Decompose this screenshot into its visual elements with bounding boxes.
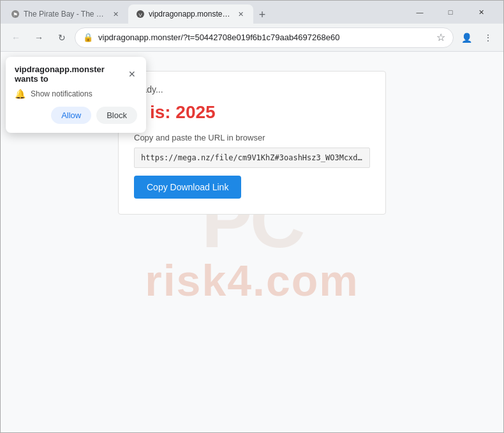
watermark-bottom: risk4.com <box>145 259 359 302</box>
tab-favicon-vipdragon: V <box>136 10 145 19</box>
url-input-box[interactable]: https://mega.nz/file/cm9V1KhZ#3oashHsz3_… <box>134 148 370 168</box>
url-label: Copy and paste the URL in browser <box>134 133 370 142</box>
tab-vipdragon[interactable]: V vipdragonapp.monster/?t=504... ✕ <box>128 4 253 24</box>
page-content: ready... d is: 2025 Copy and paste the U… <box>118 71 386 215</box>
copy-download-button[interactable]: Copy Download Link <box>134 176 241 199</box>
toolbar: ← → ↻ 🔒 vipdragonapp.monster/?t=50442708… <box>1 24 503 52</box>
tab-title-piratebay: The Pirate Bay - The galaxy's m... <box>24 10 107 19</box>
tab-close-vipdragon[interactable]: ✕ <box>235 9 246 19</box>
svg-text:⚑: ⚑ <box>13 11 18 18</box>
address-text: vipdragonapp.monster/?t=50442708e019f6b1… <box>98 33 431 42</box>
bell-icon: 🔔 <box>15 89 26 99</box>
forward-button[interactable]: → <box>29 27 49 48</box>
profile-icon: 👤 <box>461 33 472 43</box>
back-icon: ← <box>11 33 20 43</box>
menu-button[interactable]: ⋮ <box>478 27 498 48</box>
profile-button[interactable]: 👤 <box>456 27 477 48</box>
popup-title: vipdragonapp.monster wants to <box>15 65 127 84</box>
address-bar[interactable]: 🔒 vipdragonapp.monster/?t=50442708e019f6… <box>75 27 454 48</box>
svg-text:V: V <box>138 12 142 18</box>
title-bar: ⚑ The Pirate Bay - The galaxy's m... ✕ V… <box>1 1 503 24</box>
tab-close-piratebay[interactable]: ✕ <box>110 9 121 19</box>
year-value: 2025 <box>175 102 215 122</box>
reload-icon: ↻ <box>58 33 66 43</box>
year-display: d is: 2025 <box>134 102 370 123</box>
close-button[interactable]: ✕ <box>466 1 496 24</box>
forward-icon: → <box>34 33 43 43</box>
popup-actions: Allow Block <box>15 107 137 124</box>
window-controls: — □ ✕ <box>405 1 501 24</box>
popup-notification-item: 🔔 Show notifications <box>15 89 137 99</box>
page-header-text: ready... <box>134 84 370 95</box>
browser-window: ⚑ The Pirate Bay - The galaxy's m... ✕ V… <box>0 0 504 433</box>
block-button[interactable]: Block <box>96 107 137 124</box>
content-area: PC risk4.com vipdragonapp.monster wants … <box>1 52 503 432</box>
allow-button[interactable]: Allow <box>51 107 91 124</box>
back-button[interactable]: ← <box>6 27 26 48</box>
popup-header: vipdragonapp.monster wants to ✕ <box>15 65 137 84</box>
reload-button[interactable]: ↻ <box>52 27 72 48</box>
tab-favicon-piratebay: ⚑ <box>11 10 20 19</box>
content-box: ready... d is: 2025 Copy and paste the U… <box>118 71 386 215</box>
popup-item-text: Show notifications <box>31 89 93 98</box>
new-tab-button[interactable]: + <box>253 6 271 24</box>
notification-popup: vipdragonapp.monster wants to ✕ 🔔 Show n… <box>6 57 146 133</box>
toolbar-right: 👤 ⋮ <box>456 27 498 48</box>
popup-close-button[interactable]: ✕ <box>127 68 137 80</box>
tab-title-vipdragon: vipdragonapp.monster/?t=504... <box>149 10 232 19</box>
bookmark-icon[interactable]: ☆ <box>436 31 445 43</box>
menu-icon: ⋮ <box>484 33 493 43</box>
lock-icon: 🔒 <box>83 33 93 42</box>
tab-piratebay[interactable]: ⚑ The Pirate Bay - The galaxy's m... ✕ <box>3 4 128 24</box>
maximize-button[interactable]: □ <box>436 1 465 24</box>
tab-strip: ⚑ The Pirate Bay - The galaxy's m... ✕ V… <box>3 1 405 24</box>
minimize-button[interactable]: — <box>405 1 434 24</box>
